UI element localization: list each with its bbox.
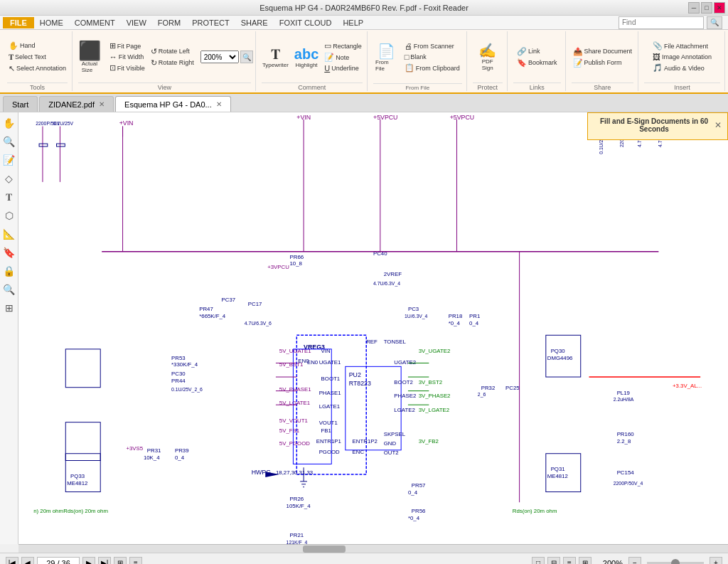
view-group-label: View: [78, 83, 251, 91]
tool-stamp-btn[interactable]: ⬡: [1, 208, 17, 223]
rotate-right-btn[interactable]: ↻ Rotate Right: [149, 58, 196, 68]
fit-visible-btn[interactable]: ⊡ Fit Visible: [107, 63, 147, 73]
tool-bookmark-panel-btn[interactable]: 🔖: [1, 245, 17, 260]
last-page-btn[interactable]: ▶|: [98, 557, 111, 565]
svg-text:2200P/50V_4: 2200P/50V_4: [614, 481, 643, 486]
notification-close-btn[interactable]: ✕: [714, 120, 722, 130]
svg-text:GND: GND: [384, 440, 397, 447]
pdf-sign-btn[interactable]: ✍ PDFSign: [476, 41, 498, 73]
menu-view[interactable]: VIEW: [121, 17, 152, 28]
svg-text:PR44: PR44: [171, 378, 186, 384]
zoom-select[interactable]: 200% 150% 100% 75%: [200, 50, 239, 63]
audio-video-btn[interactable]: 🎵 Audio & Video: [651, 63, 714, 73]
zoom-fit-btn[interactable]: 🔍: [240, 50, 253, 63]
tool-annotation-btn[interactable]: 📝: [1, 152, 17, 168]
hand-tool-btn[interactable]: ✋ Hand: [6, 41, 68, 51]
two-scroll-btn[interactable]: ⊞: [579, 557, 592, 565]
highlight-btn[interactable]: abc Highlight: [292, 45, 321, 70]
schematic-svg: +VIN +VIN +5VPCU +5VPCU 2200P/50V 0.1U/2…: [18, 112, 728, 544]
playlist-btn[interactable]: ⊞: [114, 557, 127, 565]
menu-foxit-cloud[interactable]: FOXIT CLOUD: [274, 17, 338, 28]
link-btn[interactable]: 🔗 Link: [515, 46, 560, 57]
tab-esquema-close[interactable]: ✕: [216, 100, 222, 108]
maximize-button[interactable]: □: [701, 2, 712, 14]
minimize-button[interactable]: ─: [688, 2, 700, 14]
select-text-btn[interactable]: 𝐓 Select Text: [6, 52, 68, 63]
fit-width-btn[interactable]: ↔ Fit Width: [107, 52, 147, 62]
menu-comment[interactable]: COMMENT: [69, 17, 121, 28]
content-area[interactable]: Fill and E-Sign Documents in 60 Seconds …: [18, 112, 728, 544]
svg-text:PC3: PC3: [408, 306, 419, 312]
tool-search-panel-btn[interactable]: 🔍: [1, 282, 17, 297]
svg-text:PR5: PR5: [693, 543, 705, 544]
tool-measure-btn[interactable]: 📐: [1, 226, 17, 242]
publish-form-btn[interactable]: 📝 Publish Form: [571, 58, 635, 68]
page-number-input[interactable]: [37, 557, 80, 565]
share-group-label: Share: [572, 83, 633, 91]
note-btn[interactable]: 📝 Note: [322, 52, 364, 63]
zoom-out-btn[interactable]: −: [628, 557, 641, 565]
insert-group-label: Insert: [644, 83, 720, 91]
tab-zidane[interactable]: ZIDANE2.pdf ✕: [39, 96, 114, 112]
zoom-slider-thumb[interactable]: [671, 559, 680, 565]
search-input[interactable]: [619, 16, 704, 29]
horizontal-scrollbar[interactable]: [18, 544, 728, 553]
svg-text:0.1U/25V: 0.1U/25V: [53, 121, 74, 126]
tool-shapes-btn[interactable]: ◇: [1, 171, 17, 186]
svg-text:ENC: ENC: [353, 449, 365, 455]
image-annotation-btn[interactable]: 🖼 Image Annotation: [651, 52, 714, 62]
tool-hand-btn[interactable]: ✋: [1, 115, 17, 131]
first-page-btn[interactable]: |◀: [6, 557, 18, 565]
h-scroll-thumb[interactable]: [303, 546, 346, 553]
menu-help[interactable]: HELP: [337, 17, 369, 28]
rectangle-icon: ▭: [324, 41, 331, 50]
bookmark-btn[interactable]: 🔖 Bookmark: [515, 58, 560, 68]
menu-share[interactable]: SHARE: [235, 17, 274, 28]
prev-page-btn[interactable]: ◀: [21, 557, 34, 565]
file-attachment-btn[interactable]: 📎 File Attachment: [651, 41, 714, 51]
actual-size-btn[interactable]: ⬛ ActualSize: [76, 39, 103, 75]
menu-protect[interactable]: PROTECT: [186, 17, 235, 28]
svg-text:LGATE2: LGATE2: [394, 407, 414, 413]
app-title: Esquema HP G4 - DA0R24MB6F0 Rev. F.pdf -…: [259, 4, 469, 12]
zoom-slider[interactable]: [647, 562, 704, 565]
zoom-level-label: 200%: [597, 559, 623, 565]
from-clipboard-btn[interactable]: 📋 From Clipboard: [402, 63, 462, 73]
menu-form[interactable]: FORM: [152, 17, 186, 28]
scroll-btn[interactable]: ≡: [563, 557, 576, 565]
svg-text:PR18: PR18: [449, 313, 463, 319]
blank-btn[interactable]: □ Blank: [402, 52, 462, 62]
svg-text:0.1U/25V_2_6: 0.1U/25V_2_6: [171, 387, 203, 393]
two-page-btn[interactable]: ⊟: [547, 557, 560, 565]
select-annotation-btn[interactable]: ↖ Select Annotation: [6, 63, 68, 74]
tool-layers-btn[interactable]: ⊞: [1, 300, 17, 316]
menu-home[interactable]: HOME: [34, 17, 69, 28]
zoom-in-btn[interactable]: +: [710, 557, 722, 565]
typewriter-btn[interactable]: 𝐓 Typewriter: [260, 45, 291, 70]
tool-zoom-btn[interactable]: 🔍: [1, 134, 17, 149]
tab-start[interactable]: Start: [3, 96, 38, 112]
single-page-btn[interactable]: □: [532, 557, 545, 565]
from-scanner-btn[interactable]: 🖨 From Scanner: [402, 41, 462, 51]
share-document-btn[interactable]: 📤 Share Document: [571, 46, 635, 57]
from-file-btn[interactable]: 📄 From File: [373, 42, 400, 73]
svg-text:2_6: 2_6: [478, 392, 486, 398]
svg-text:2.2_8: 2.2_8: [617, 438, 631, 445]
next-page-btn[interactable]: ▶: [82, 557, 95, 565]
tab-esquema[interactable]: Esquema HP G4 - DA0... ✕: [115, 96, 231, 112]
rotate-left-btn[interactable]: ↺ Rotate Left: [149, 46, 196, 57]
menu-file[interactable]: FILE: [3, 17, 34, 28]
underline-btn[interactable]: U Underline: [322, 63, 364, 73]
search-button[interactable]: 🔍: [707, 16, 722, 29]
tool-lock-btn[interactable]: 🔒: [1, 263, 17, 279]
continuous-btn[interactable]: ≡: [129, 557, 142, 565]
close-button[interactable]: ✕: [714, 2, 725, 14]
svg-text:PR1: PR1: [469, 313, 480, 319]
fit-page-btn[interactable]: ⊞ Fit Page: [107, 41, 147, 51]
rectangle-btn[interactable]: ▭ Rectangle: [322, 41, 364, 51]
audio-video-icon: 🎵: [653, 63, 663, 73]
svg-text:10_8: 10_8: [290, 260, 303, 267]
tool-text-btn[interactable]: 𝐓: [1, 189, 17, 205]
tab-zidane-close[interactable]: ✕: [99, 100, 105, 108]
svg-text:BOOT1: BOOT1: [321, 376, 341, 382]
